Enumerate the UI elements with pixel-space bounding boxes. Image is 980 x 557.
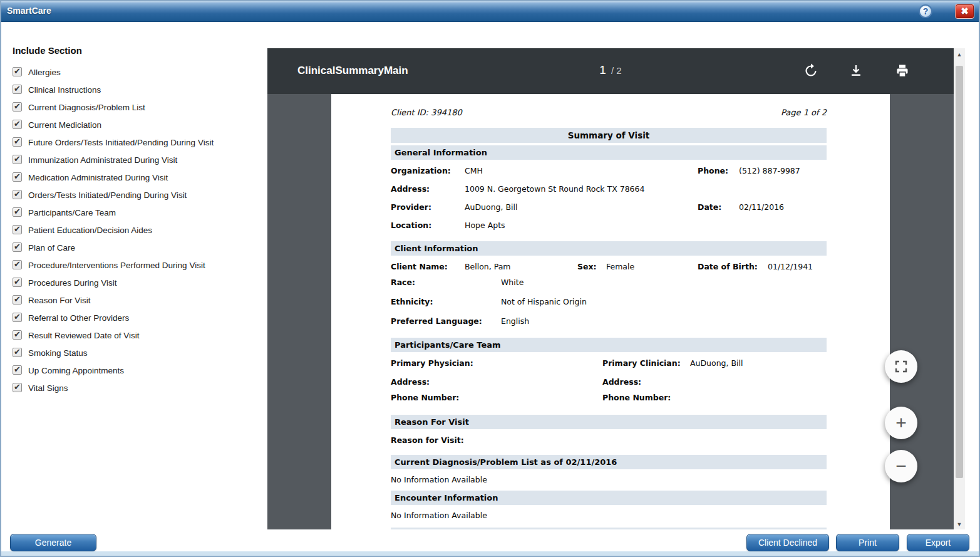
care-team-row-address: Address: Address: (391, 377, 827, 389)
checkbox-label: Patient Education/Decision Aides (28, 226, 152, 235)
client-declined-button[interactable]: Client Declined (746, 534, 829, 551)
field-value: CMH (465, 166, 483, 175)
checkbox-label: Up Coming Appointments (28, 366, 124, 375)
field-label: Ethnicity: (391, 297, 433, 306)
close-icon[interactable]: ✖ (955, 4, 974, 19)
field-label: Date of Birth: (698, 262, 758, 271)
zoom-in-button[interactable]: + (885, 407, 917, 439)
window-title: SmartCare (7, 6, 51, 16)
title-bar: SmartCare ? ✖ (1, 1, 979, 22)
care-team-header: Participants/Care Team (391, 338, 827, 352)
total-pages: 2 (616, 65, 621, 76)
checkbox-item-patient-education: Patient Education/Decision Aides (13, 224, 262, 237)
field-label: Date: (698, 202, 721, 212)
reason-row: Reason for Visit: (391, 435, 827, 447)
checkbox-item-current-medication: Current Mediciation (13, 118, 262, 132)
checkbox-checked[interactable] (13, 155, 22, 164)
field-label: Race: (391, 278, 415, 287)
checkbox-checked[interactable] (13, 260, 22, 269)
checkbox-label: Plan of Care (28, 243, 75, 252)
care-team-row-physician: Primary Physician: Primary Clinician: Au… (391, 358, 827, 370)
field-label: Address: (602, 377, 641, 387)
checkbox-item-medication-administrated: Medication Administrated During Visit (13, 171, 262, 184)
field-label: Phone: (698, 166, 728, 175)
download-icon[interactable] (848, 63, 864, 78)
field-value: Hope Apts (465, 221, 505, 230)
checkbox-item-immunization: Immunization Administrated During Visit (13, 154, 262, 167)
checkbox-item-orders-tests: Orders/Tests Initiated/Pending During Vi… (13, 189, 262, 202)
scroll-down-icon[interactable]: ▼ (954, 519, 965, 529)
checkbox-label: Allergies (28, 68, 61, 77)
generate-button[interactable]: Generate (10, 534, 96, 551)
scrollbar-thumb[interactable] (956, 66, 963, 478)
general-info-header: General Information (391, 145, 827, 160)
field-label: Provider: (391, 202, 431, 212)
field-value: 02/11/2016 (739, 202, 784, 212)
checkbox-checked[interactable] (13, 330, 22, 340)
checkbox-label: Reason For Visit (28, 296, 91, 305)
checkbox-label: Result Reviewed Date of Visit (28, 331, 140, 340)
checkbox-item-procedure-interventions: Procedure/Interventions Performed During… (13, 259, 262, 272)
field-label: Primary Physician: (391, 358, 473, 368)
print-button[interactable]: Print (836, 534, 899, 551)
checkbox-label: Medication Administrated During Visit (28, 173, 168, 182)
checkbox-item-result-reviewed: Result Reviewed Date of Visit (13, 329, 262, 342)
checkbox-checked[interactable] (13, 137, 22, 147)
field-value: Bellon, Pam (465, 262, 511, 271)
checkbox-checked[interactable] (13, 102, 22, 112)
checkbox-checked[interactable] (13, 120, 22, 129)
checkbox-checked[interactable] (13, 383, 22, 392)
checkbox-checked[interactable] (13, 348, 22, 357)
field-value: (512) 887-9987 (739, 166, 800, 175)
field-label: Phone Number: (602, 393, 671, 402)
checkbox-checked[interactable] (13, 313, 22, 322)
rotate-icon[interactable] (803, 63, 818, 78)
help-icon[interactable]: ? (919, 4, 932, 18)
field-value: Female (606, 262, 634, 271)
checkbox-item-procedures-during-visit: Procedures During Visit (13, 276, 262, 289)
checkbox-label: Procedures During Visit (28, 278, 117, 288)
field-label: Phone Number: (391, 393, 459, 402)
fit-to-page-icon (894, 360, 908, 373)
field-label: Sex: (577, 262, 597, 271)
checkbox-checked[interactable] (13, 225, 22, 234)
checkbox-item-allergies: Allergies (13, 66, 262, 79)
checkbox-checked[interactable] (13, 172, 22, 182)
field-value: White (501, 278, 524, 287)
scroll-up-icon[interactable]: ▲ (954, 49, 965, 60)
field-value: English (501, 316, 529, 326)
field-label: Location: (391, 221, 431, 230)
field-value: AuDuong, Bill (690, 358, 743, 368)
checkbox-item-clinical-instructions: Clinical Instructions (13, 83, 262, 96)
page-separator: / (611, 65, 614, 76)
checkbox-checked[interactable] (13, 207, 22, 217)
zoom-in-icon: + (895, 412, 907, 434)
fit-to-page-button[interactable] (885, 350, 917, 383)
zoom-out-button[interactable]: − (885, 450, 917, 482)
footer-bar: Generate Client Declined Print Export (1, 529, 979, 556)
checkbox-checked[interactable] (13, 190, 22, 199)
checkbox-item-referral: Referral to Other Providers (13, 311, 262, 325)
checkbox-checked[interactable] (13, 67, 22, 76)
checkbox-checked[interactable] (13, 365, 22, 375)
general-row-organization: Organization: CMH Phone: (512) 887-9987 (391, 166, 827, 178)
client-row-race: Race: White (391, 278, 827, 289)
checkbox-label: Referral to Other Providers (28, 313, 129, 323)
field-value: 01/12/1941 (768, 262, 813, 271)
checkbox-label: Current Diagnosis/Problem List (28, 103, 145, 112)
viewer-scrollbar[interactable]: ▲ ▼ (954, 48, 965, 531)
field-value: AuDuong, Bill (465, 202, 517, 212)
encounter-header: Encounter Information (391, 491, 827, 505)
checkbox-checked[interactable] (13, 242, 22, 252)
client-row-name: Client Name: Bellon, Pam Sex: Female Dat… (391, 262, 827, 274)
export-button[interactable]: Export (907, 534, 969, 551)
client-id-text: Client ID: 394180 (391, 108, 462, 117)
checkbox-checked[interactable] (13, 295, 22, 305)
checkbox-label: Smoking Status (28, 348, 88, 358)
checkbox-checked[interactable] (13, 85, 22, 94)
checkbox-checked[interactable] (13, 278, 22, 287)
field-label: Primary Clinician: (602, 358, 681, 368)
print-icon[interactable] (895, 63, 910, 78)
checkbox-label: Current Mediciation (28, 120, 101, 130)
general-row-address: Address: 1009 N. Georgetown St Round Roc… (391, 184, 827, 196)
